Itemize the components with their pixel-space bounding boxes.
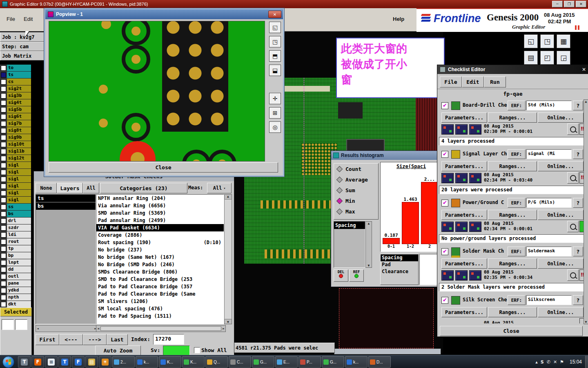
result-action-icon[interactable] (441, 222, 454, 232)
erf-button[interactable]: ERF: (508, 101, 526, 110)
result-action-icon[interactable] (455, 173, 468, 183)
taskbar-window-button[interactable]: 2... (112, 356, 135, 368)
layer-name[interactable]: sig3b (7, 92, 31, 99)
tab-layers[interactable]: Layers (57, 183, 83, 193)
section-checkbox[interactable]: ✔ (441, 200, 448, 206)
checklist-close-icon[interactable]: ✕ (582, 67, 586, 72)
layer-visibility-checkbox[interactable] (1, 281, 6, 286)
layer-row[interactable]: sig12t (0, 155, 31, 162)
taskbar-app-icon[interactable]: ☀ (99, 356, 111, 368)
result-action-icon[interactable] (455, 124, 468, 135)
popview-tool-icon[interactable]: ⬒ (269, 50, 281, 62)
category-item[interactable]: Rout spacing (190) (D:10) (96, 239, 224, 246)
online-button[interactable]: Online... (538, 112, 584, 123)
category-item[interactable]: Pad to Pad Clearance Bridge (357 (96, 283, 224, 290)
layer-row[interactable]: sig7b (0, 120, 31, 127)
layer-visibility-checkbox[interactable] (1, 253, 6, 258)
result-action-icon[interactable] (469, 222, 481, 232)
layer-name[interactable]: lnpt (7, 259, 31, 266)
last-button[interactable]: Last (107, 334, 128, 345)
ranges-button[interactable]: Ranges... (488, 210, 537, 220)
toolbar-icon[interactable]: ▦ (557, 34, 570, 48)
category-item[interactable]: Coverage (2886) (96, 231, 224, 239)
layer-name[interactable]: sigl (7, 183, 31, 189)
layer-visibility-checkbox[interactable] (1, 79, 6, 85)
taskbar-app-icon[interactable]: ▤ (85, 356, 98, 368)
histogram-titlebar[interactable]: Results histogram (331, 151, 443, 160)
help-button[interactable]: ? (573, 198, 583, 208)
toolbar-icon[interactable]: ◰ (540, 51, 554, 65)
selection-tool-2[interactable] (15, 319, 27, 330)
layer-visibility-checkbox[interactable] (1, 211, 6, 217)
taskbar-window-button[interactable]: E... (275, 356, 298, 368)
layer-name[interactable]: sig5b (7, 106, 31, 113)
layer-name[interactable]: pane (7, 280, 31, 287)
taskbar-window-button[interactable]: G... (252, 356, 274, 368)
layer-visibility-checkbox[interactable] (1, 295, 6, 300)
ranges-button[interactable]: Ranges... (488, 112, 537, 123)
stat-option[interactable]: Sum (334, 185, 378, 195)
erf-value[interactable]: P/G (Mils) (526, 198, 572, 208)
category-item[interactable]: Pad to Pad Clearance Bridge (Same (96, 290, 224, 298)
erf-value[interactable]: signal (Mi (526, 149, 572, 159)
taskbar-window-button[interactable]: Q... (205, 356, 228, 368)
checklist-menu-run[interactable]: Run (484, 76, 506, 88)
layer-name[interactable]: szdr (7, 224, 31, 231)
taskbar-window-button[interactable]: K... (159, 356, 181, 368)
layer-name[interactable]: sigl (7, 197, 31, 203)
category-item[interactable]: No Bridge (SMD Pads) (246) (96, 261, 224, 268)
category-item[interactable]: NPTH annular Ring (204) (96, 195, 224, 202)
layer-visibility-checkbox[interactable] (1, 177, 6, 182)
online-button[interactable]: Online... (538, 307, 584, 317)
taskbar-app-icon[interactable]: ≡ (45, 356, 58, 368)
ranges-button[interactable]: Ranges... (488, 161, 537, 171)
layer-row[interactable]: ts (0, 72, 31, 79)
layer-name[interactable]: bs (7, 211, 31, 217)
layer-name[interactable]: sigl (7, 176, 31, 182)
layer-name[interactable]: dd (7, 266, 31, 273)
categories-vscrollbar[interactable]: ▲ ▼ (224, 194, 232, 324)
categories-hscrollbar[interactable]: ◄ ► (96, 325, 226, 332)
layer-row[interactable]: sigl (0, 190, 31, 197)
next-button[interactable]: ---> (83, 334, 107, 345)
checks-layer-item[interactable]: bs (36, 202, 96, 210)
layer-name[interactable]: sig6t (7, 113, 31, 120)
menu-file[interactable]: File (7, 16, 15, 22)
layer-visibility-checkbox[interactable] (1, 156, 6, 161)
popview-tool-icon[interactable]: ◳ (269, 36, 281, 47)
category-item[interactable]: SM slivers (1206) (96, 298, 224, 305)
layer-row[interactable]: cs (0, 79, 31, 85)
scroll-down-icon[interactable]: ▼ (585, 320, 587, 324)
category-item[interactable]: VIA Pad Gasket (6634) (96, 224, 224, 231)
popview-tool-icon[interactable]: ⬓ (269, 65, 281, 76)
step-field[interactable]: Step: cam (0, 42, 46, 51)
job-field[interactable]: Job : kv2g7 (0, 32, 46, 42)
help-button[interactable]: ? (573, 149, 583, 159)
layer-visibility-checkbox[interactable] (1, 184, 6, 189)
help-button[interactable]: ? (573, 101, 583, 110)
show-all-checkbox[interactable] (194, 347, 200, 353)
help-button[interactable]: ? (573, 295, 583, 305)
layer-visibility-checkbox[interactable] (1, 86, 6, 92)
tab-all[interactable]: All (83, 183, 99, 193)
magnifier-button[interactable] (567, 172, 579, 184)
layer-row[interactable]: dd (0, 266, 31, 273)
layer-name[interactable]: to (7, 65, 31, 71)
layer-name[interactable]: sig10t (7, 141, 31, 148)
layer-row[interactable]: sigl (0, 183, 31, 190)
layer-row[interactable]: npth (0, 294, 31, 301)
radio-diamond-icon[interactable] (336, 166, 343, 172)
layer-row[interactable]: szdr (0, 224, 31, 231)
result-action-icon[interactable] (455, 270, 468, 280)
tray-icon[interactable]: ✕ (553, 359, 557, 365)
layer-name[interactable]: tp (7, 245, 31, 252)
radio-diamond-icon[interactable] (336, 187, 343, 193)
layer-name[interactable]: npth (7, 294, 31, 301)
tray-icon[interactable]: ⚑ (560, 359, 564, 365)
taskbar-app-icon[interactable]: T (18, 356, 31, 368)
scroll-down-icon[interactable]: ▼ (227, 320, 229, 324)
layer-visibility-checkbox[interactable] (1, 163, 6, 168)
scroll-down-icon[interactable]: ▼ (368, 264, 370, 267)
layer-visibility-checkbox[interactable] (1, 246, 6, 251)
ref-button[interactable]: REF (349, 269, 364, 282)
